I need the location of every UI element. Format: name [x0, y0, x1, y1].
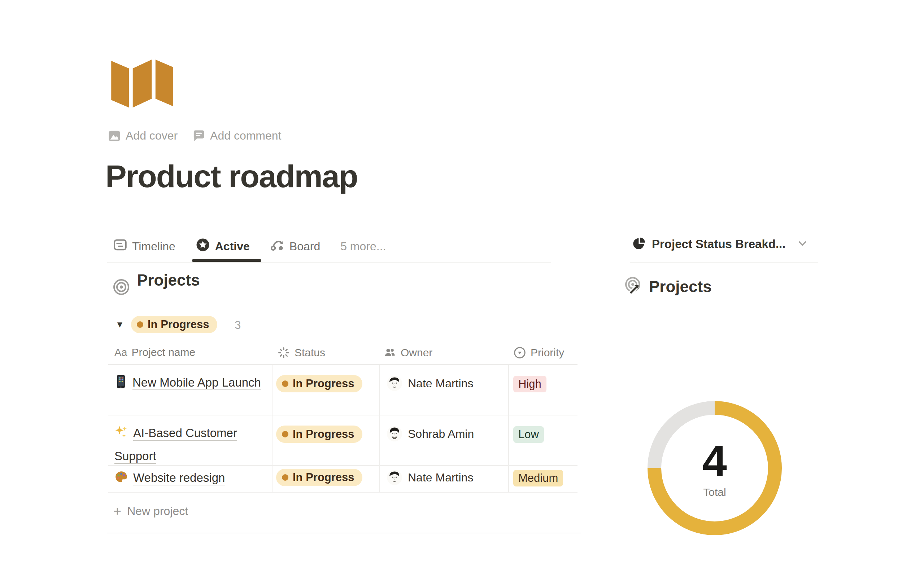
tabs-divider	[107, 262, 551, 263]
table-row-project-name[interactable]: New Mobile App Launch	[115, 372, 265, 395]
status-dot	[282, 474, 288, 481]
table-row-project-name[interactable]: AI-Based Customer Support	[115, 423, 265, 467]
avatar-nate-martins	[387, 376, 402, 391]
text-type-icon: Aa	[115, 347, 127, 358]
add-comment-button[interactable]: Add comment	[193, 129, 281, 142]
active-tab-underline	[192, 259, 261, 262]
tab-more[interactable]: 5 more...	[340, 240, 386, 253]
add-cover-button[interactable]: Add cover	[108, 129, 178, 142]
table-header-divider	[108, 364, 577, 365]
column-header-owner[interactable]: Owner	[383, 346, 432, 359]
owner-name: Nate Martins	[408, 377, 473, 390]
status-dot	[282, 380, 288, 387]
page-action-row: Add cover Add comment	[108, 129, 281, 142]
owner-name: Sohrab Amin	[408, 427, 474, 441]
people-icon	[383, 346, 396, 359]
owner-name: Nate Martins	[408, 471, 473, 484]
column-divider	[508, 365, 509, 492]
page-map-icon[interactable]	[110, 58, 174, 108]
chart-block-header[interactable]: Project Status Breakd...	[632, 237, 809, 252]
chart-block-title: Project Status Breakd...	[652, 237, 785, 251]
page-title: Product roadmap	[105, 158, 358, 195]
plus-icon: +	[113, 504, 121, 518]
linked-target-icon	[624, 276, 644, 297]
status-burst-icon	[277, 346, 290, 359]
add-comment-label: Add comment	[210, 129, 281, 142]
priority-circle-icon	[513, 346, 526, 359]
row-divider	[108, 492, 577, 493]
owner-cell[interactable]: Sohrab Amin	[387, 426, 474, 442]
column-header-priority[interactable]: Priority	[513, 346, 564, 359]
chart-header-divider	[630, 262, 818, 263]
group-label: In Progress	[148, 318, 209, 331]
pie-chart-icon	[632, 237, 646, 252]
tab-timeline[interactable]: Timeline	[113, 238, 175, 255]
tab-active[interactable]: Active	[195, 238, 250, 255]
tab-label: Timeline	[132, 240, 175, 253]
tab-label: Board	[289, 240, 320, 253]
artist-palette-icon	[115, 469, 128, 490]
priority-badge[interactable]: High	[513, 376, 546, 392]
priority-badge[interactable]: Medium	[513, 470, 563, 487]
chevron-down-icon	[796, 237, 809, 251]
status-badge[interactable]: In Progress	[276, 469, 362, 486]
add-cover-label: Add cover	[126, 129, 178, 142]
status-badge[interactable]: In Progress	[276, 425, 362, 443]
status-dot	[137, 321, 143, 328]
group-toggle-icon[interactable]: ▼	[115, 319, 124, 330]
timeline-view-icon	[113, 238, 127, 255]
row-divider	[108, 415, 577, 416]
tab-label: 5 more...	[340, 240, 386, 253]
sparkles-icon	[115, 425, 128, 446]
projects-heading: Projects	[137, 271, 200, 289]
donut-total-label: Total	[678, 486, 751, 498]
linked-projects-heading: Projects	[649, 278, 712, 296]
column-divider	[379, 365, 380, 492]
table-row-project-name[interactable]: Website redesign	[115, 467, 265, 490]
owner-cell[interactable]: Nate Martins	[387, 470, 473, 485]
tab-board[interactable]: Board	[270, 238, 320, 255]
new-project-button[interactable]: + New project	[113, 504, 188, 518]
board-view-icon	[270, 238, 284, 255]
image-icon	[108, 130, 121, 142]
donut-total-value: 4	[678, 436, 751, 486]
owner-cell[interactable]: Nate Martins	[387, 376, 473, 391]
priority-badge[interactable]: Low	[513, 426, 544, 443]
column-divider	[272, 365, 273, 492]
status-badge[interactable]: In Progress	[276, 375, 362, 392]
tab-label: Active	[215, 240, 250, 253]
avatar-nate-martins	[387, 470, 402, 485]
column-header-project-name[interactable]: Aa Project name	[115, 346, 195, 358]
linked-projects-heading-row: Projects	[624, 276, 712, 297]
section-bottom-divider	[107, 533, 581, 533]
notion-page: Add cover Add comment Product roadmap Ti…	[0, 0, 924, 577]
column-header-status[interactable]: Status	[277, 346, 325, 359]
mobile-phone-icon	[115, 374, 128, 395]
group-badge[interactable]: In Progress	[131, 316, 217, 333]
target-icon	[113, 279, 130, 297]
status-dot	[282, 431, 288, 437]
comment-icon	[193, 130, 205, 142]
view-tabs: Timeline Active Board 5 more...	[113, 235, 386, 258]
avatar-sohrab-amin	[387, 426, 402, 442]
star-badge-icon	[195, 238, 210, 255]
group-count[interactable]: 3	[234, 319, 241, 332]
